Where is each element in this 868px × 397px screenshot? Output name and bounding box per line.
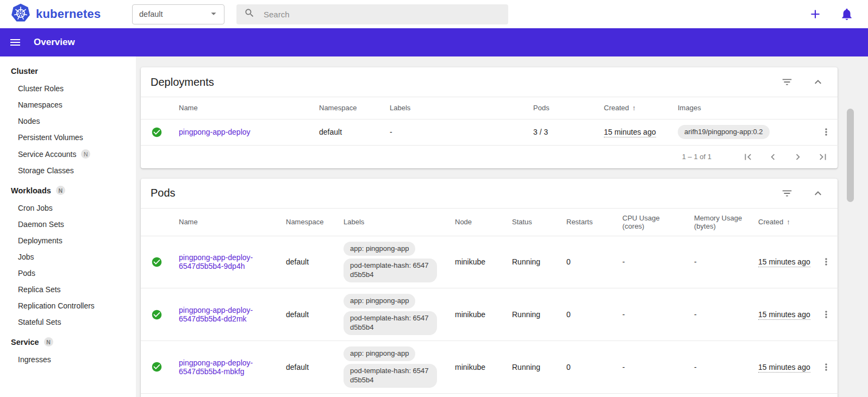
sidebar-item-replica-sets[interactable]: Replica Sets [0, 281, 136, 298]
status-ok-icon [151, 361, 166, 373]
pod-cpu: - [616, 341, 688, 393]
pod-restarts: 0 [560, 288, 616, 341]
row-menu-button[interactable] [821, 256, 832, 267]
status-ok-icon [151, 256, 166, 268]
sidebar-item-deployments[interactable]: Deployments [0, 232, 136, 249]
pod-cpu: - [616, 288, 688, 341]
next-page-button[interactable] [792, 151, 804, 163]
hamburger-menu-button[interactable] [9, 36, 22, 49]
deployments-header-row: Name Namespace Labels Pods Created↑ Imag… [141, 97, 838, 119]
sidebar-item-label: Cron Jobs [18, 204, 53, 212]
sidebar-item-nodes[interactable]: Nodes [0, 113, 136, 129]
sidebar-section-cluster[interactable]: Cluster [0, 60, 136, 80]
layout: Cluster Cluster Roles Namespaces Nodes P… [0, 56, 868, 397]
namespaced-badge: N [81, 149, 90, 159]
create-resource-button[interactable] [808, 7, 822, 21]
pod-node: minikube [448, 236, 505, 288]
previous-page-button[interactable] [767, 151, 779, 163]
pod-created: 15 minutes ago [758, 363, 810, 373]
sidebar-item-label: Replication Controllers [18, 301, 95, 310]
notifications-bell-button[interactable] [840, 7, 854, 21]
column-label: Created [604, 104, 629, 112]
sidebar-item-label: Cluster Roles [18, 84, 64, 93]
column-pods[interactable]: Pods [527, 97, 597, 119]
column-name[interactable]: Name [172, 97, 313, 119]
pod-name-link[interactable]: pingpong-app-deploy-6547d5b5b4-dd2mk [179, 306, 253, 323]
pod-status: Running [505, 236, 560, 288]
pod-memory: - [688, 341, 752, 393]
sidebar-item-pods[interactable]: Pods [0, 265, 136, 281]
deployment-name-link[interactable]: pingpong-app-deploy [179, 128, 251, 136]
page-title: Overview [34, 37, 75, 48]
sidebar-item-ingresses[interactable]: Ingresses [0, 351, 136, 368]
first-page-button[interactable] [742, 151, 754, 163]
deployment-pods: 3 / 3 [527, 119, 597, 145]
sidebar-item-namespaces[interactable]: Namespaces [0, 97, 136, 113]
vertical-scrollbar-thumb[interactable] [847, 109, 854, 202]
column-namespace[interactable]: Namespace [279, 209, 337, 236]
column-created[interactable]: Created↑ [752, 209, 814, 236]
brand-home-link[interactable]: kubernetes [11, 3, 132, 25]
sidebar-item-label: Pods [18, 269, 35, 278]
status-column [141, 209, 172, 236]
deployments-table: Name Namespace Labels Pods Created↑ Imag… [141, 97, 838, 146]
filter-icon[interactable] [781, 76, 793, 88]
sidebar-item-stateful-sets[interactable]: Stateful Sets [0, 314, 136, 330]
column-name[interactable]: Name [172, 209, 279, 236]
sidebar-item-service-accounts[interactable]: Service Accounts N [0, 146, 136, 162]
pod-created: 15 minutes ago [758, 257, 810, 267]
pod-node: minikube [448, 341, 505, 393]
pod-name-link[interactable]: pingpong-app-deploy-6547d5b5b4-mbkfg [179, 358, 253, 376]
sidebar-item-cron-jobs[interactable]: Cron Jobs [0, 200, 136, 216]
row-menu-button[interactable] [821, 127, 832, 137]
column-cpu[interactable]: CPU Usage (cores) [616, 209, 688, 236]
collapse-card-icon[interactable] [811, 75, 825, 89]
sidebar-item-label: Deployments [18, 236, 63, 245]
sort-asc-icon: ↑ [786, 218, 790, 226]
row-menu-button[interactable] [821, 309, 832, 320]
deployments-card: Deployments N [141, 67, 838, 168]
column-node[interactable]: Node [448, 209, 505, 236]
page-toolbar: Overview [0, 28, 868, 56]
pod-status: Running [505, 341, 560, 393]
search-bar [236, 4, 508, 24]
column-namespace[interactable]: Namespace [313, 97, 383, 119]
menu-column [814, 97, 838, 119]
label-chip: pod-template-hash: 6547d5b5b4 [344, 364, 437, 388]
status-ok-icon [151, 309, 166, 320]
sidebar-item-jobs[interactable]: Jobs [0, 249, 136, 265]
menu-column [814, 209, 838, 236]
sidebar-item-daemon-sets[interactable]: Daemon Sets [0, 216, 136, 232]
sidebar-item-replication-controllers[interactable]: Replication Controllers [0, 298, 136, 314]
pod-memory: - [688, 236, 752, 288]
last-page-button[interactable] [817, 151, 829, 163]
column-status[interactable]: Status [505, 209, 560, 236]
row-menu-button[interactable] [821, 362, 832, 373]
label-chip: pod-template-hash: 6547d5b5b4 [344, 311, 437, 335]
sidebar-item-persistent-volumes[interactable]: Persistent Volumes [0, 129, 136, 146]
sidebar-section-workloads[interactable]: Workloads N [0, 179, 136, 200]
column-images[interactable]: Images [671, 97, 814, 119]
sidebar-item-cluster-roles[interactable]: Cluster Roles [0, 80, 136, 97]
sidebar-section-service[interactable]: Service N [0, 330, 136, 351]
column-memory[interactable]: Memory Usage (bytes) [688, 209, 752, 236]
collapse-card-icon[interactable] [811, 187, 825, 200]
pod-created: 15 minutes ago [758, 310, 810, 320]
sidebar-item-storage-classes[interactable]: Storage Classes [0, 162, 136, 179]
pods-header-row: Name Namespace Labels Node Status Restar… [141, 209, 838, 236]
column-restarts[interactable]: Restarts [560, 209, 616, 236]
chevron-down-icon [208, 8, 220, 21]
sidebar-item-label: Nodes [18, 117, 40, 125]
namespace-selector[interactable]: default [132, 4, 224, 24]
column-created[interactable]: Created↑ [597, 97, 671, 119]
card-title: Deployments [151, 76, 214, 89]
deployments-card-header: Deployments [141, 67, 838, 97]
pod-name-link[interactable]: pingpong-app-deploy-6547d5b5b4-9dp4h [179, 253, 253, 270]
pod-restarts: 0 [560, 341, 616, 393]
namespaced-badge: N [44, 337, 53, 346]
pods-card-header: Pods [141, 179, 838, 209]
pod-cpu: - [616, 236, 688, 288]
pod-namespace: default [279, 288, 337, 341]
filter-icon[interactable] [781, 187, 793, 199]
search-input[interactable] [263, 9, 501, 20]
